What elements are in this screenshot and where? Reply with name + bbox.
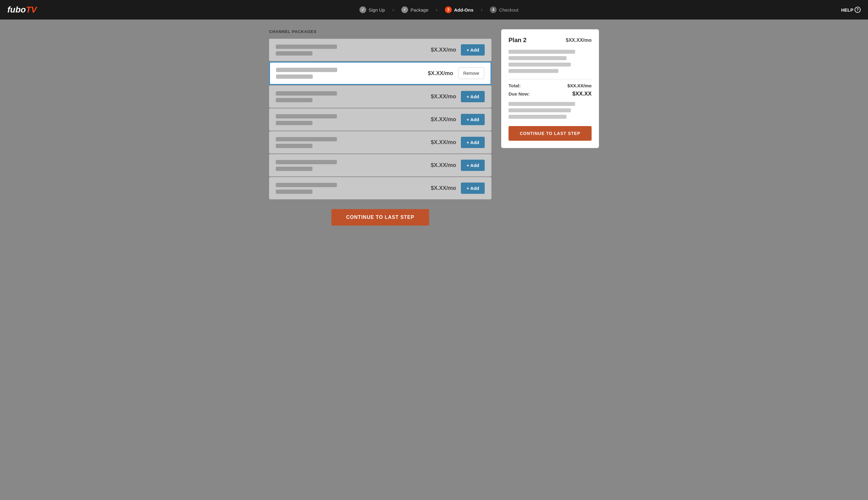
- left-panel: CHANNEL PACKAGES $X.XX/mo + Add: [269, 29, 492, 226]
- summary-header: Plan 2 $XX.XX/mo: [508, 37, 591, 44]
- summary-continue-button[interactable]: CONTINUE TO LAST STEP: [508, 126, 591, 141]
- steps-nav: ✓ Sign Up › ✓ Package › 3 Add-Ons › 4 Ch…: [360, 7, 518, 13]
- plan-title: Plan 2: [508, 37, 527, 44]
- package-sub-bar-6: [276, 167, 313, 171]
- package-title-bar-3: [276, 91, 337, 95]
- step-package: ✓ Package: [401, 7, 428, 13]
- package-info-4: [276, 114, 337, 125]
- package-info-6: [276, 160, 337, 171]
- main-content: CHANNEL PACKAGES $X.XX/mo + Add: [251, 20, 617, 235]
- bottom-continue-button[interactable]: CONTINUE TO LAST STEP: [331, 209, 429, 226]
- step-signup-icon: ✓: [360, 7, 366, 13]
- summary-total-row: Total: $XX.XX/mo: [508, 83, 591, 88]
- package-right-4: $X.XX/mo + Add: [431, 114, 485, 125]
- package-price-4: $X.XX/mo: [431, 116, 456, 123]
- package-title-bar-7: [276, 183, 337, 187]
- summary-detail-bars: [508, 102, 591, 119]
- logo-fubo: fubo: [7, 5, 26, 14]
- step-checkout: 4 Checkout: [490, 7, 518, 13]
- step-addons-icon: 3: [445, 7, 452, 13]
- package-info-1: [276, 45, 337, 56]
- package-price-7: $X.XX/mo: [431, 185, 456, 191]
- package-price-2: $X.XX/mo: [428, 70, 453, 77]
- package-right-7: $X.XX/mo + Add: [431, 183, 485, 194]
- total-label: Total:: [508, 83, 521, 88]
- logo-tv: TV: [26, 5, 37, 14]
- package-sub-bar-7: [276, 190, 313, 194]
- bottom-continue-section: CONTINUE TO LAST STEP: [269, 209, 492, 226]
- step-checkout-icon: 4: [490, 7, 497, 13]
- logo: fuboTV: [7, 5, 37, 15]
- summary-due-row: Due Now: $XX.XX: [508, 91, 591, 97]
- add-button-1[interactable]: + Add: [461, 44, 485, 56]
- add-button-5[interactable]: + Add: [461, 137, 485, 148]
- package-info-7: [276, 183, 337, 194]
- summary-bar-4: [508, 69, 558, 73]
- summary-box: Plan 2 $XX.XX/mo Total: $XX.XX/mo Due No…: [501, 29, 599, 148]
- package-price-3: $X.XX/mo: [431, 93, 456, 100]
- summary-bar-1: [508, 50, 575, 54]
- package-item-5: $X.XX/mo + Add: [269, 131, 492, 154]
- package-info-5: [276, 137, 337, 148]
- step-package-icon: ✓: [401, 7, 408, 13]
- package-list: $X.XX/mo + Add $X.XX/mo Remove: [269, 39, 492, 199]
- package-info-2: [276, 68, 337, 79]
- package-item-6: $X.XX/mo + Add: [269, 154, 492, 177]
- step-addons-label: Add-Ons: [454, 7, 473, 12]
- package-title-bar-5: [276, 137, 337, 141]
- header: fuboTV ✓ Sign Up › ✓ Package › 3 Add-Ons…: [0, 0, 868, 20]
- package-info-3: [276, 91, 337, 102]
- add-button-3[interactable]: + Add: [461, 91, 485, 102]
- step-sep-3: ›: [481, 7, 483, 13]
- package-title-bar-6: [276, 160, 337, 164]
- package-sub-bar-3: [276, 98, 313, 102]
- package-right-3: $X.XX/mo + Add: [431, 91, 485, 102]
- right-panel: Plan 2 $XX.XX/mo Total: $XX.XX/mo Due No…: [501, 29, 599, 226]
- step-signup-label: Sign Up: [369, 7, 385, 12]
- detail-bar-1: [508, 102, 575, 106]
- summary-items: [508, 50, 591, 73]
- step-package-label: Package: [410, 7, 428, 12]
- detail-bar-2: [508, 109, 571, 112]
- package-sub-bar-1: [276, 51, 313, 56]
- remove-button-2[interactable]: Remove: [458, 67, 484, 79]
- package-price-5: $X.XX/mo: [431, 139, 456, 146]
- due-value: $XX.XX: [572, 91, 591, 97]
- add-button-7[interactable]: + Add: [461, 183, 485, 194]
- help-label: HELP: [841, 7, 853, 12]
- package-title-bar-4: [276, 114, 337, 118]
- package-item-4: $X.XX/mo + Add: [269, 109, 492, 130]
- total-value: $XX.XX/mo: [567, 83, 591, 88]
- detail-bar-3: [508, 115, 566, 119]
- package-right-1: $X.XX/mo + Add: [431, 44, 485, 56]
- summary-bar-2: [508, 56, 566, 60]
- package-title-bar-1: [276, 45, 337, 49]
- due-label: Due Now:: [508, 91, 530, 96]
- step-checkout-label: Checkout: [499, 7, 518, 12]
- step-sep-2: ›: [436, 7, 438, 13]
- step-sep-1: ›: [392, 7, 394, 13]
- package-item-7: $X.XX/mo + Add: [269, 177, 492, 199]
- package-item-1: $X.XX/mo + Add: [269, 39, 492, 61]
- step-signup: ✓ Sign Up: [360, 7, 385, 13]
- package-sub-bar-4: [276, 121, 313, 125]
- package-item-3: $X.XX/mo + Add: [269, 86, 492, 108]
- add-button-6[interactable]: + Add: [461, 160, 485, 171]
- package-right-2: $X.XX/mo Remove: [428, 67, 484, 79]
- package-price-6: $X.XX/mo: [431, 162, 456, 169]
- summary-divider-1: [508, 79, 591, 79]
- step-addons: 3 Add-Ons: [445, 7, 473, 13]
- section-title: CHANNEL PACKAGES: [269, 29, 492, 34]
- add-button-4[interactable]: + Add: [461, 114, 485, 125]
- package-sub-bar-2: [276, 75, 313, 79]
- help-icon: ?: [855, 7, 861, 13]
- package-right-6: $X.XX/mo + Add: [431, 160, 485, 171]
- package-price-1: $X.XX/mo: [431, 47, 456, 53]
- summary-bar-3: [508, 62, 571, 67]
- plan-price: $XX.XX/mo: [566, 37, 591, 43]
- package-title-bar-2: [276, 68, 337, 72]
- package-right-5: $X.XX/mo + Add: [431, 137, 485, 148]
- help-button[interactable]: HELP ?: [841, 7, 861, 13]
- package-item-2: $X.XX/mo Remove: [269, 62, 492, 85]
- package-sub-bar-5: [276, 144, 313, 148]
